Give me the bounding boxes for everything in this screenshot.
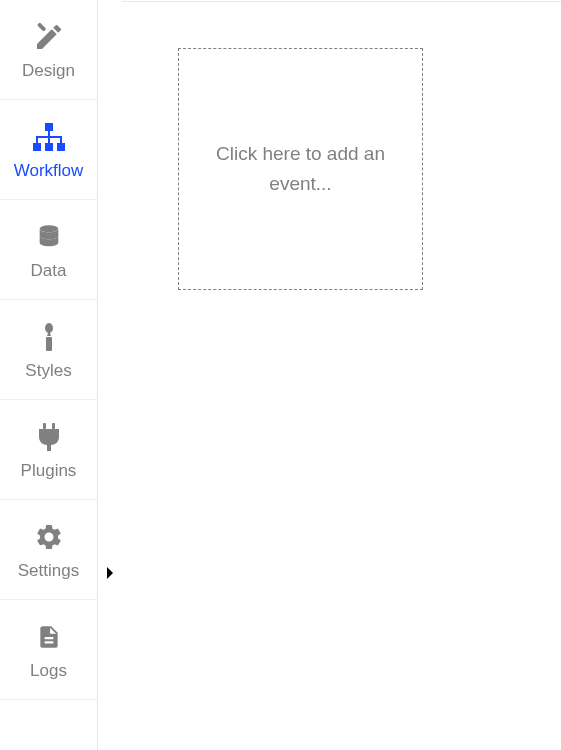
svg-rect-2	[33, 143, 41, 151]
svg-rect-7	[36, 137, 38, 143]
add-event-button[interactable]: Click here to add an event...	[178, 48, 423, 290]
plugins-icon	[36, 420, 62, 454]
sidebar-item-design[interactable]: Design	[0, 0, 97, 100]
sidebar-item-label: Styles	[25, 362, 71, 379]
svg-rect-13	[52, 423, 55, 429]
svg-point-10	[39, 225, 58, 232]
sidebar: Design Workflow	[0, 0, 98, 750]
svg-rect-4	[57, 143, 65, 151]
svg-rect-0	[36, 22, 45, 31]
add-event-label: Click here to add an event...	[209, 139, 392, 200]
top-divider	[122, 1, 561, 2]
sidebar-item-label: Design	[22, 62, 75, 79]
svg-rect-3	[45, 143, 53, 151]
styles-icon	[37, 320, 61, 354]
workflow-icon	[32, 120, 66, 154]
sidebar-item-label: Logs	[30, 662, 67, 679]
svg-rect-9	[60, 137, 62, 143]
sidebar-item-label: Plugins	[21, 462, 77, 479]
sidebar-item-logs[interactable]: Logs	[0, 600, 97, 700]
sidebar-item-label: Settings	[18, 562, 79, 579]
logs-icon	[36, 620, 62, 654]
settings-icon	[34, 520, 64, 554]
sidebar-item-data[interactable]: Data	[0, 200, 97, 300]
sidebar-item-styles[interactable]: Styles	[0, 300, 97, 400]
svg-rect-11	[46, 337, 52, 351]
sidebar-item-label: Data	[31, 262, 67, 279]
app-layout: Design Workflow	[0, 0, 561, 750]
sidebar-item-settings[interactable]: Settings	[0, 500, 97, 600]
svg-rect-1	[45, 123, 53, 131]
svg-rect-8	[48, 137, 50, 143]
data-icon	[35, 220, 63, 254]
sidebar-item-plugins[interactable]: Plugins	[0, 400, 97, 500]
main-area: Click here to add an event...	[98, 0, 561, 750]
sidebar-item-label: Workflow	[14, 162, 84, 179]
design-icon	[33, 20, 65, 54]
sidebar-item-workflow[interactable]: Workflow	[0, 100, 97, 200]
expand-panel-caret-icon[interactable]	[105, 566, 115, 584]
svg-rect-12	[43, 423, 46, 429]
